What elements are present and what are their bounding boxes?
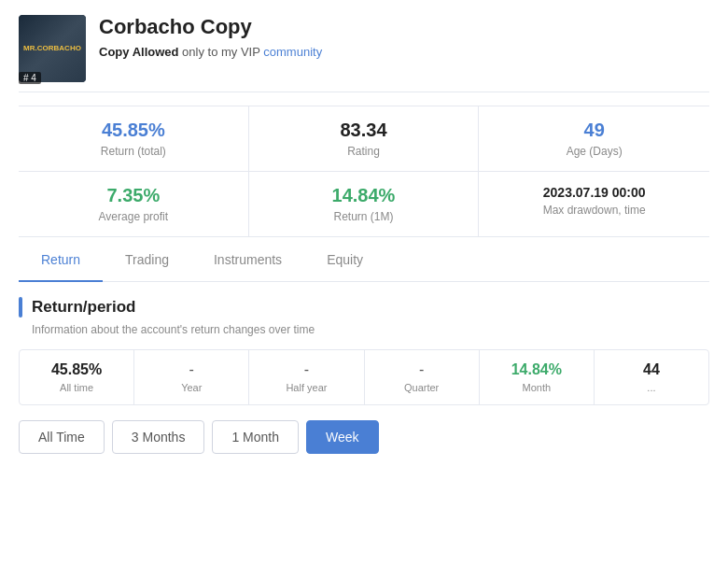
stat-label-return-1m: Return (1M) — [259, 210, 469, 223]
avatar-label: MR.CORBACHO — [23, 44, 81, 53]
copy-allowed-text: Copy Allowed only to my VIP community — [99, 45, 709, 59]
header-section: MR.CORBACHO # 4 Corbacho Copy Copy Allow… — [19, 15, 709, 82]
stat-value-age: 49 — [488, 120, 700, 141]
period-label-quarter: Quarter — [374, 382, 469, 393]
period-year: - Year — [134, 350, 249, 404]
filter-week[interactable]: Week — [306, 420, 379, 454]
community-link[interactable]: community — [263, 45, 322, 59]
filter-all-time[interactable]: All Time — [19, 420, 105, 454]
stat-value-rating: 83.34 — [259, 120, 469, 141]
header-divider — [19, 92, 709, 92]
stat-value-return-1m: 14.84% — [259, 185, 469, 206]
filter-1-month[interactable]: 1 Month — [212, 420, 299, 454]
period-label-month: Month — [489, 382, 584, 393]
stat-label-age: Age (Days) — [488, 145, 700, 158]
stat-max-drawdown: 2023.07.19 00:00 Max drawdown, time — [479, 172, 709, 236]
main-tabs: Return Trading Instruments Equity — [19, 239, 709, 282]
period-value-half-year: - — [259, 361, 354, 378]
tab-equity[interactable]: Equity — [304, 239, 385, 282]
period-label-extra: ... — [604, 382, 699, 393]
period-all-time: 45.85% All time — [20, 350, 134, 404]
period-stats-row: 45.85% All time - Year - Half year - Qua… — [19, 349, 709, 405]
stat-avg-profit: 7.35% Average profit — [19, 172, 249, 236]
copy-allowed-suffix: only to my VIP — [182, 45, 263, 59]
copy-allowed-prefix: Copy Allowed — [99, 45, 178, 59]
rank-badge: # 4 — [19, 72, 41, 84]
page-container: MR.CORBACHO # 4 Corbacho Copy Copy Allow… — [0, 0, 728, 579]
tab-trading[interactable]: Trading — [103, 239, 191, 282]
period-value-extra: 44 — [604, 361, 699, 378]
header-info: Corbacho Copy Copy Allowed only to my VI… — [99, 15, 709, 59]
section-title: Return/period — [32, 297, 135, 318]
stats-row2: 7.35% Average profit 14.84% Return (1M) … — [19, 172, 709, 237]
section-bar — [19, 297, 22, 318]
stat-age: 49 Age (Days) — [479, 106, 709, 171]
period-quarter: - Quarter — [365, 350, 480, 404]
period-label-half-year: Half year — [259, 382, 354, 393]
stat-return-total: 45.85% Return (total) — [19, 106, 249, 171]
period-value-quarter: - — [374, 361, 469, 378]
stats-row1: 45.85% Return (total) 83.34 Rating 49 Ag… — [19, 106, 709, 172]
period-extra: 44 ... — [595, 350, 708, 404]
period-month: 14.84% Month — [480, 350, 595, 404]
period-label-all-time: All time — [29, 382, 124, 393]
stat-label-avg-profit: Average profit — [28, 210, 239, 223]
stat-label-rating: Rating — [259, 145, 469, 158]
stat-return-1m: 14.84% Return (1M) — [249, 172, 480, 236]
stat-label-return: Return (total) — [28, 145, 239, 158]
avatar-wrap: MR.CORBACHO # 4 — [19, 15, 86, 82]
time-filter-buttons: All Time 3 Months 1 Month Week — [19, 420, 709, 454]
period-value-year: - — [144, 361, 239, 378]
section-description: Information about the account's return c… — [19, 323, 709, 336]
tab-return[interactable]: Return — [19, 239, 103, 282]
stat-value-drawdown: 2023.07.19 00:00 — [488, 185, 700, 200]
period-half-year: - Half year — [249, 350, 364, 404]
filter-3-months[interactable]: 3 Months — [112, 420, 205, 454]
account-title: Corbacho Copy — [99, 15, 709, 39]
tab-instruments[interactable]: Instruments — [191, 239, 304, 282]
return-period-section: Return/period Information about the acco… — [19, 282, 709, 463]
section-title-wrap: Return/period — [19, 297, 709, 318]
period-value-all-time: 45.85% — [29, 361, 124, 378]
period-label-year: Year — [144, 382, 239, 393]
stat-value-avg-profit: 7.35% — [28, 185, 239, 206]
period-value-month: 14.84% — [489, 361, 584, 378]
stat-label-drawdown: Max drawdown, time — [488, 204, 700, 217]
stat-value-return: 45.85% — [28, 120, 239, 141]
stat-rating: 83.34 Rating — [249, 106, 480, 171]
